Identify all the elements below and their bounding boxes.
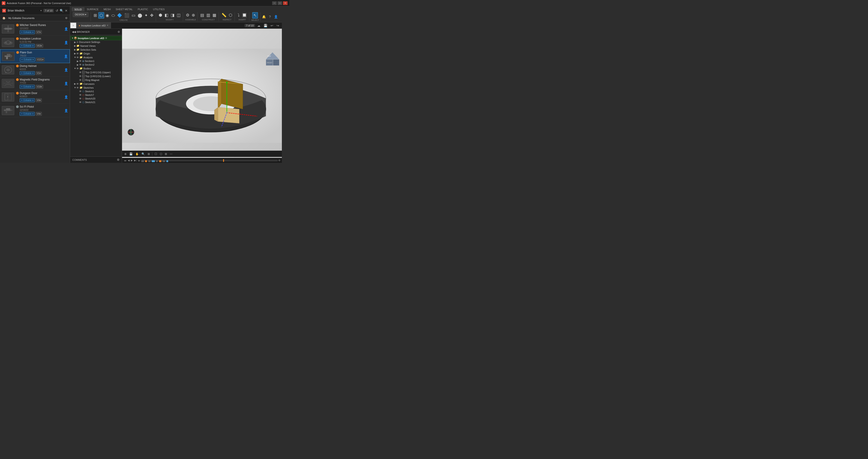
tree-canvases[interactable]: ▶ 👁 📁 Canvases [70,82,122,86]
tree-ring-magnet[interactable]: 👁 □ Ring Magnet [70,78,122,82]
tree-root-node[interactable]: ▼ 📦 Inception Levitron v63 ⚙ [70,36,122,40]
doc-item-flaregun[interactable]: Flare Gun 7/5/23 ✏ Editable ▾ V151▾ 👤 [0,49,70,63]
construct-more-button[interactable]: ▦ [212,12,217,18]
tree-sketch21[interactable]: 👁 ⬡ Sketch21 [70,100,122,104]
version-btn-levitron[interactable]: V63▾ [36,44,43,48]
sweep-button[interactable]: ⬭ [111,13,116,18]
insert-derive-button[interactable]: ⤵ [237,12,241,18]
doc-item-magnetic[interactable]: Magnetic Field Diagrams 7/7/23 ✏ Editabl… [0,76,70,90]
measure-button[interactable]: 📏 [221,12,227,18]
version-btn-pistol[interactable]: V4▾ [36,112,42,116]
tree-analysis[interactable]: ▼ 👁 📁 Analysis [70,55,122,59]
press-pull-button[interactable]: ⬢ [158,12,163,18]
home-icon[interactable]: 🏠 [2,17,6,20]
user-profile-button[interactable]: 👤 [273,14,279,19]
tree-section1[interactable]: ▶ 👁 ⊞ Section1 [70,59,122,63]
root-settings-icon[interactable]: ⚙ [105,37,107,39]
selection-sets-expand[interactable]: ▶ [74,49,76,51]
search-button[interactable]: 🔍 [60,9,64,12]
timeline-prev-button[interactable]: ◀ [127,159,130,162]
comments-settings-button[interactable]: ⚙ [117,158,120,161]
timeline-start-button[interactable]: ⏮ [123,159,127,162]
more-create-button[interactable]: ✦ [144,12,149,18]
shell-button[interactable]: ◫ [176,12,182,18]
tab-plastic[interactable]: PLASTIC [135,7,151,11]
extrude-button[interactable]: ⬡ [98,12,104,19]
zoom-button[interactable]: 🔍 [141,152,146,156]
sphere-button[interactable]: ⬤ [137,12,143,18]
root-expand-icon[interactable]: ▼ [71,37,74,39]
tree-origin[interactable]: ▶ 👁 📁 Origin [70,52,122,55]
visual-style-button[interactable]: ⬡ [159,152,163,156]
tree-sketches[interactable]: ▼ 👁 📁 Sketches [70,86,122,90]
editable-btn-pistol[interactable]: ✏ Editable ▾ [20,112,35,116]
offset-plane-button[interactable]: ▤ [199,12,205,18]
browser-settings-button[interactable]: ⚙ [118,30,120,33]
viewport[interactable]: TOP FRONT ⊕ ⊕ 💾 ✋ [122,29,282,163]
interference-button[interactable]: ⬡ [228,12,233,18]
named-views-expand[interactable]: ▶ [74,44,76,47]
timeline-play-button[interactable]: ▶ [130,159,133,162]
new-tab-button[interactable]: + [70,22,76,29]
doc-item-levitron[interactable]: Inception Levitron 5:23:42 PM ✏ Editable… [0,36,70,49]
canvases-expand[interactable]: ▶ [74,83,76,85]
tab-sheet-metal[interactable]: SHEET METAL [113,7,135,11]
pan-button[interactable]: ✋ [134,152,140,156]
grid-button[interactable]: ⊞ [164,152,168,156]
doc-tab-close[interactable]: ✕ [106,24,108,27]
editable-btn-flaregun[interactable]: ✏ Editable ▾ [20,58,35,61]
tree-sketch1[interactable]: 👁 ⬡ Sketch1 [70,90,122,93]
top-lower-eye-icon[interactable]: 👁 [79,75,82,78]
tab-solid[interactable]: SOLID [72,7,84,11]
tree-sketch7[interactable]: 👁 ⬡ Sketch7 [70,93,122,97]
tree-selection-sets[interactable]: ▶ 📁 Selection Sets [70,48,122,52]
canvases-eye-icon[interactable]: 👁 [76,83,79,85]
insert-svg-button[interactable]: 🔲 [241,12,248,18]
bodies-eye-icon[interactable]: 👁 [76,67,79,70]
minimize-button[interactable]: ─ [272,1,277,5]
redo-button[interactable]: ↪ [276,23,280,28]
timeline-end-button[interactable]: ⏭ [137,159,141,162]
section2-expand[interactable]: ▶ [76,63,79,66]
new-component-button[interactable]: ⊞ [93,12,98,18]
editable-btn-dungeon[interactable]: ✏ Editable ▾ [20,98,35,102]
tab-surface[interactable]: SURFACE [84,7,101,11]
timeline-next-button[interactable]: ▶| [133,159,137,162]
sketch7-eye-icon[interactable]: 👁 [79,94,82,96]
joint-origin-button[interactable]: ⊕ [191,12,196,18]
tree-named-views[interactable]: ▶ 📁 Named Views [70,44,122,48]
ring-eye-icon[interactable]: 👁 [79,79,82,82]
tree-bodies[interactable]: ▼ 👁 📁 Bodies [70,66,122,70]
notifications-button[interactable]: 🔔 [261,14,267,19]
box-button[interactable]: ⬛ [123,12,130,18]
origin-eye-icon[interactable]: 👁 [76,52,79,55]
browser-collapse-button[interactable]: ◀◀ [72,30,76,33]
maximize-button[interactable]: □ [278,1,282,5]
loft-button[interactable]: 🔷 [116,12,123,18]
fillet-button[interactable]: ◧ [164,12,169,18]
tree-top-lower[interactable]: 👁 □ Top (1/4X1/16) (Lower) [70,74,122,78]
sketches-eye-icon[interactable]: 👁 [76,86,79,89]
sketches-expand[interactable]: ▼ [74,86,76,89]
help-button[interactable]: ? [268,14,272,19]
cylinder-button[interactable]: ▭ [131,12,136,18]
panel-settings-button[interactable]: ⚙ [65,17,68,20]
midplane-button[interactable]: ▥ [206,12,211,18]
revolve-button[interactable]: ◉ [105,12,110,18]
select-button[interactable]: ↖ [252,12,258,19]
joint-button[interactable]: ⚙ [185,12,190,18]
tab-mesh[interactable]: MESH [101,7,113,11]
doc-settings-expand[interactable]: ▶ [74,41,76,43]
view-orbit-button[interactable]: ⊕ [123,152,127,156]
doc-item-helmet[interactable]: Diving Helmet 6/2/23 ✏ Editable ▾ V1▾ 👤 [0,63,70,76]
sketch1-eye-icon[interactable]: 👁 [79,90,82,93]
user-dropdown-icon[interactable]: ▾ [40,9,41,12]
version-btn-witcher[interactable]: V7▾ [36,30,42,34]
save-viewport-button[interactable]: 💾 [128,152,133,156]
doc-item-dungeon[interactable]: Dungeon Door 6/28/23 ✏ Editable ▾ V4▾ 👤 [0,90,70,104]
design-dropdown-button[interactable]: DESIGN ▾ [73,12,88,17]
version-btn-flaregun[interactable]: V151▾ [36,58,44,61]
doc-tab-levitron[interactable]: ● Inception Levitron v63 ✕ [76,22,111,29]
analysis-eye-icon[interactable]: 👁 [76,56,79,59]
section1-expand[interactable]: ▶ [76,60,79,62]
